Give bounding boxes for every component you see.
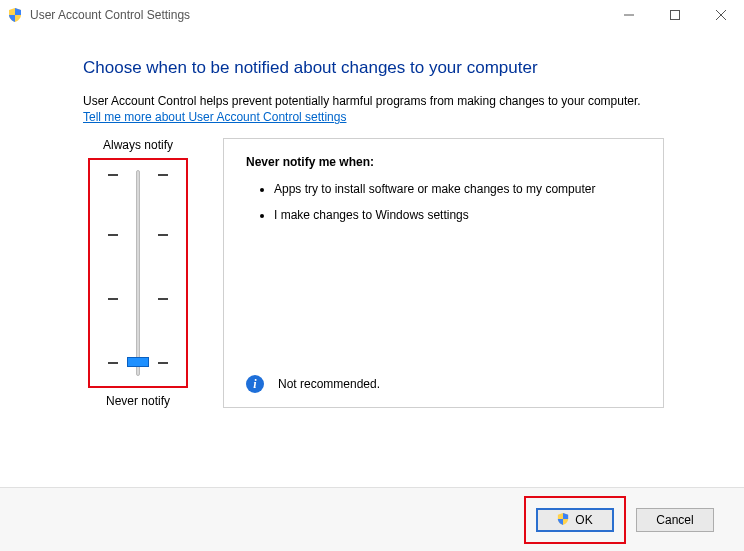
svg-rect-1 bbox=[671, 11, 680, 20]
minimize-button[interactable] bbox=[606, 0, 652, 30]
shield-icon bbox=[557, 513, 571, 527]
content-area: Choose when to be notified about changes… bbox=[0, 30, 744, 408]
recommendation-row: i Not recommended. bbox=[246, 375, 380, 393]
recommendation-text: Not recommended. bbox=[278, 377, 380, 391]
page-subtext: User Account Control helps prevent poten… bbox=[83, 94, 664, 108]
slider-label-always: Always notify bbox=[83, 138, 193, 152]
description-list: Apps try to install software or make cha… bbox=[256, 181, 641, 223]
slider-column: Always notify Never notify bbox=[83, 138, 193, 408]
description-heading: Never notify me when: bbox=[246, 155, 641, 169]
titlebar: User Account Control Settings bbox=[0, 0, 744, 30]
close-button[interactable] bbox=[698, 0, 744, 30]
window-title: User Account Control Settings bbox=[30, 8, 190, 22]
maximize-button[interactable] bbox=[652, 0, 698, 30]
ok-button[interactable]: OK bbox=[536, 508, 614, 532]
cancel-button-label: Cancel bbox=[656, 513, 693, 527]
uac-slider-track[interactable] bbox=[136, 170, 140, 376]
page-heading: Choose when to be notified about changes… bbox=[83, 58, 664, 78]
shield-icon bbox=[8, 8, 22, 22]
description-item: Apps try to install software or make cha… bbox=[274, 181, 641, 197]
description-panel: Never notify me when: Apps try to instal… bbox=[223, 138, 664, 408]
uac-slider-thumb[interactable] bbox=[127, 357, 149, 367]
ok-button-label: OK bbox=[575, 513, 592, 527]
description-item: I make changes to Windows settings bbox=[274, 207, 641, 223]
slider-area-highlight bbox=[88, 158, 188, 388]
cancel-button[interactable]: Cancel bbox=[636, 508, 714, 532]
dialog-footer: OK Cancel bbox=[0, 487, 744, 551]
slider-label-never: Never notify bbox=[83, 394, 193, 408]
info-icon: i bbox=[246, 375, 264, 393]
help-link[interactable]: Tell me more about User Account Control … bbox=[83, 110, 346, 124]
ok-button-highlight: OK bbox=[524, 496, 626, 544]
